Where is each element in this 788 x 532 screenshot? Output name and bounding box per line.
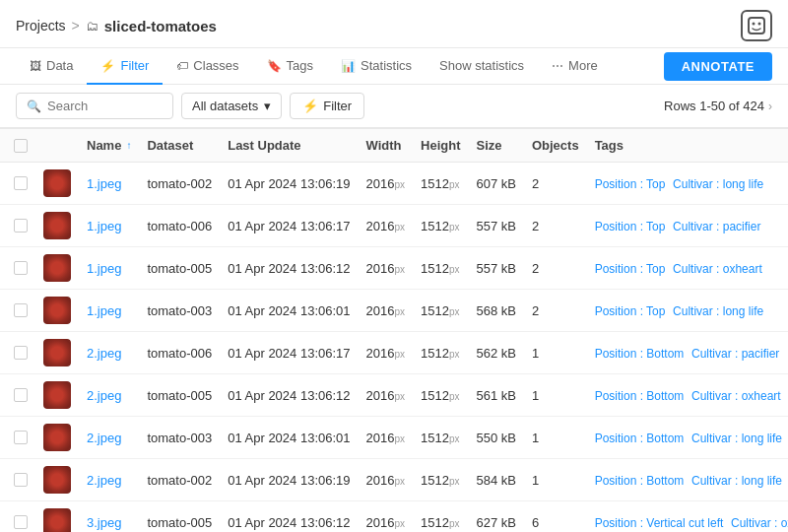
col-objects: Objects bbox=[524, 129, 587, 163]
row-size: 557 kB bbox=[468, 205, 523, 247]
row-objects: 1 bbox=[524, 459, 587, 501]
row-height: 1512px bbox=[413, 374, 468, 417]
row-size: 568 kB bbox=[468, 290, 523, 332]
stats-icon: 📊 bbox=[341, 59, 356, 73]
row-tag[interactable]: Cultivar : long life bbox=[673, 177, 763, 191]
row-name-link[interactable]: 2.jpeg bbox=[87, 431, 121, 445]
tab-more[interactable]: ⋯ More bbox=[538, 48, 612, 85]
tab-more-label: More bbox=[568, 58, 598, 73]
row-objects: 1 bbox=[524, 332, 587, 374]
table-row: 2.jpegtomato-00301 Apr 2024 13:06:012016… bbox=[0, 417, 788, 459]
row-checkbox[interactable] bbox=[14, 346, 28, 360]
row-checkbox-cell bbox=[0, 163, 35, 205]
row-last-update: 01 Apr 2024 13:06:01 bbox=[220, 417, 358, 459]
row-tag[interactable]: Position : Vertical cut left bbox=[595, 516, 724, 530]
row-tag[interactable]: Position : Bottom bbox=[595, 347, 685, 361]
row-height: 1512px bbox=[413, 163, 468, 205]
row-tag[interactable]: Cultivar : long life bbox=[691, 474, 782, 488]
table-row: 3.jpegtomato-00501 Apr 2024 13:06:122016… bbox=[0, 501, 788, 533]
tab-filter[interactable]: ⚡ Filter bbox=[87, 48, 163, 85]
row-name-link[interactable]: 1.jpeg bbox=[87, 219, 121, 233]
row-last-update: 01 Apr 2024 13:06:01 bbox=[220, 290, 358, 332]
table-row: 1.jpegtomato-00501 Apr 2024 13:06:122016… bbox=[0, 247, 788, 290]
row-checkbox[interactable] bbox=[14, 261, 28, 275]
row-thumbnail-cell bbox=[35, 374, 79, 417]
row-name-link[interactable]: 1.jpeg bbox=[87, 261, 121, 276]
row-tags-cell: Position : Bottom Cultivar : long life bbox=[587, 459, 788, 501]
row-width: 2016px bbox=[359, 501, 413, 533]
tab-statistics-label: Statistics bbox=[361, 58, 412, 73]
row-tag[interactable]: Cultivar : pacifier bbox=[691, 347, 779, 361]
dataset-select[interactable]: All datasets ▾ bbox=[181, 93, 282, 119]
tab-statistics[interactable]: 📊 Statistics bbox=[327, 48, 426, 85]
filter-button[interactable]: ⚡ Filter bbox=[290, 93, 364, 119]
row-checkbox[interactable] bbox=[14, 388, 28, 402]
col-thumb bbox=[35, 129, 79, 163]
row-tag[interactable]: Position : Top bbox=[595, 262, 666, 276]
row-name-cell: 3.jpeg bbox=[79, 501, 139, 533]
row-size: 607 kB bbox=[468, 163, 523, 205]
row-tags-cell: Position : Bottom Cultivar : long life bbox=[587, 417, 788, 459]
row-checkbox[interactable] bbox=[14, 515, 28, 529]
row-thumbnail bbox=[43, 254, 71, 282]
row-checkbox[interactable] bbox=[14, 431, 28, 444]
row-width: 2016px bbox=[359, 459, 413, 501]
annotate-button[interactable]: ANNOTATE bbox=[664, 52, 772, 81]
chevron-down-icon: ▾ bbox=[264, 99, 271, 113]
row-width: 2016px bbox=[359, 163, 413, 205]
row-tag[interactable]: Position : Bottom bbox=[595, 389, 685, 403]
row-tag[interactable]: Position : Bottom bbox=[595, 432, 685, 445]
row-name-cell: 1.jpeg bbox=[79, 290, 139, 332]
row-name-link[interactable]: 2.jpeg bbox=[87, 346, 121, 361]
select-all-checkbox[interactable] bbox=[14, 139, 28, 153]
rows-info-text: Rows 1-50 of 424 bbox=[664, 99, 764, 113]
row-tag[interactable]: Position : Top bbox=[595, 177, 666, 191]
row-width: 2016px bbox=[359, 290, 413, 332]
row-tag[interactable]: Cultivar : oxheart bbox=[691, 389, 781, 403]
row-name-link[interactable]: 2.jpeg bbox=[87, 388, 121, 403]
tab-data[interactable]: 🖼 Data bbox=[16, 48, 87, 85]
row-tag[interactable]: Cultivar : long life bbox=[691, 432, 782, 445]
row-objects: 1 bbox=[524, 417, 587, 459]
row-thumbnail bbox=[43, 297, 71, 324]
col-checkbox bbox=[0, 129, 35, 163]
row-objects: 2 bbox=[524, 247, 587, 290]
row-tag[interactable]: Cultivar : oxheart bbox=[673, 262, 762, 276]
rows-arrow-icon: › bbox=[768, 100, 772, 113]
row-checkbox-cell bbox=[0, 501, 35, 533]
row-height: 1512px bbox=[413, 501, 468, 533]
col-dataset: Dataset bbox=[139, 129, 220, 163]
breadcrumb-projects[interactable]: Projects bbox=[16, 18, 66, 33]
row-checkbox[interactable] bbox=[14, 176, 28, 190]
row-name-link[interactable]: 3.jpeg bbox=[87, 515, 121, 530]
col-name[interactable]: Name↑ bbox=[79, 129, 139, 163]
search-input[interactable] bbox=[47, 99, 163, 113]
row-tag[interactable]: Cultivar : oxheart bbox=[731, 516, 788, 530]
tab-tags[interactable]: 🔖 Tags bbox=[253, 48, 327, 85]
row-size: 550 kB bbox=[468, 417, 523, 459]
row-checkbox-cell bbox=[0, 247, 35, 290]
row-checkbox[interactable] bbox=[14, 219, 28, 233]
search-box[interactable]: 🔍 bbox=[16, 93, 173, 119]
tab-show-statistics[interactable]: Show statistics bbox=[426, 48, 538, 85]
row-name-link[interactable]: 1.jpeg bbox=[87, 176, 121, 191]
row-name-link[interactable]: 1.jpeg bbox=[87, 303, 121, 318]
row-checkbox[interactable] bbox=[14, 473, 28, 487]
row-name-link[interactable]: 2.jpeg bbox=[87, 473, 121, 488]
row-width: 2016px bbox=[359, 417, 413, 459]
row-last-update: 01 Apr 2024 13:06:12 bbox=[220, 247, 358, 290]
row-tag[interactable]: Cultivar : pacifier bbox=[673, 220, 760, 233]
row-tag[interactable]: Position : Bottom bbox=[595, 474, 685, 488]
row-tag[interactable]: Cultivar : long life bbox=[673, 304, 763, 318]
row-height: 1512px bbox=[413, 459, 468, 501]
row-tags-cell: Position : Top Cultivar : long life bbox=[587, 163, 788, 205]
row-tags-cell: Position : Top Cultivar : oxheart bbox=[587, 247, 788, 290]
breadcrumb: Projects > 🗂 sliced-tomatoes bbox=[16, 18, 217, 34]
row-tag[interactable]: Position : Top bbox=[595, 304, 666, 318]
row-last-update: 01 Apr 2024 13:06:17 bbox=[220, 205, 358, 247]
row-tag[interactable]: Position : Top bbox=[595, 220, 666, 233]
row-dataset: tomato-002 bbox=[139, 459, 220, 501]
tab-classes[interactable]: 🏷 Classes bbox=[163, 48, 252, 85]
row-height: 1512px bbox=[413, 205, 468, 247]
row-checkbox[interactable] bbox=[14, 303, 28, 317]
